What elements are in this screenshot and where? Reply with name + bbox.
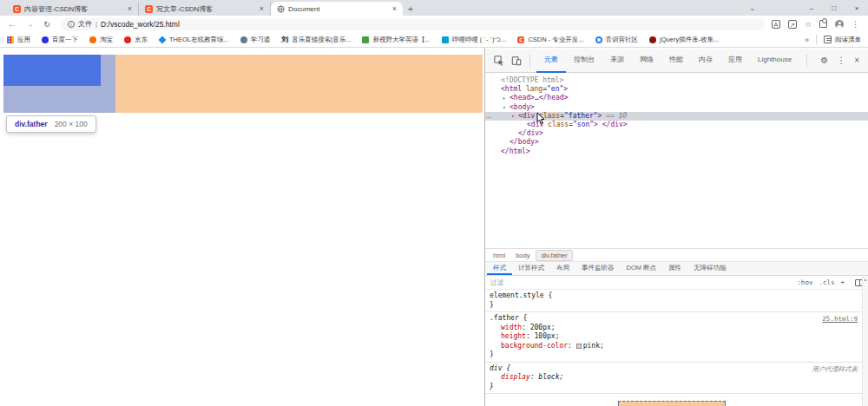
color-swatch[interactable] <box>576 344 582 349</box>
devtools-tab-性能[interactable]: 性能 <box>661 49 691 73</box>
dom-row[interactable]: <html lang="en"> <box>485 85 868 94</box>
profile-avatar-icon[interactable] <box>835 20 844 29</box>
bookmark-label: 应用 <box>17 36 30 44</box>
rule-source-link[interactable]: 25.html:9 <box>822 315 858 324</box>
devtools-tab-元素[interactable]: 元素 <box>536 49 566 73</box>
scrollbar-up-icon[interactable]: ▲ <box>863 276 868 283</box>
extensions-icon[interactable] <box>819 20 827 28</box>
tree-arrow-icon[interactable]: ▾ <box>511 112 518 121</box>
devtools-tab-控制台[interactable]: 控制台 <box>566 49 602 73</box>
forward-button[interactable]: → <box>23 19 36 29</box>
bookmark-item[interactable]: 哔哩哔哩 ( ´- ´)つ... <box>442 36 507 44</box>
dom-segment: == $0 <box>602 112 627 120</box>
dom-row[interactable]: ▸<head>…</head> <box>485 94 868 102</box>
css-property[interactable]: height: 100px; <box>490 332 858 342</box>
dom-segment: > <box>563 85 568 93</box>
breadcrumb-body[interactable]: body <box>511 251 534 260</box>
css-property[interactable]: display: block; <box>490 373 858 383</box>
bookmark-item[interactable]: 新视野大学英语【... <box>362 36 430 44</box>
bookmark-item[interactable]: THEOL在线教育综... <box>159 36 229 44</box>
property-name: display <box>501 373 530 381</box>
bookmarks-overflow-icon[interactable]: » <box>805 36 809 44</box>
bookmark-label: 哔哩哔哩 ( ´- ´)つ... <box>452 36 507 44</box>
bookmark-item[interactable]: jQuery插件库-收集... <box>649 36 719 44</box>
elements-breadcrumbs: htmlbodydiv.father <box>485 248 868 261</box>
browser-tab[interactable]: C写文章-CSDN博客× <box>139 2 271 16</box>
device-toolbar-icon[interactable] <box>511 56 522 66</box>
devtools-menu-icon[interactable]: ⋮ <box>837 56 845 65</box>
page-info-icon[interactable]: i <box>68 21 75 28</box>
overflow-dots-icon[interactable]: … <box>487 112 490 121</box>
apps-grid-icon <box>7 36 14 43</box>
devtools-close-icon[interactable]: × <box>854 56 859 65</box>
styles-tab-事件监听器[interactable]: 事件监听器 <box>575 262 621 275</box>
rule-selector[interactable]: element.style { <box>490 291 858 301</box>
styles-tab-属性[interactable]: 属性 <box>662 262 687 275</box>
csdn-favicon: C <box>13 5 21 13</box>
bookmark-item[interactable]: 淘宝 <box>89 36 113 44</box>
bookmark-label: 新视野大学英语【... <box>372 36 430 44</box>
tab-close-icon[interactable]: × <box>392 5 397 13</box>
css-property[interactable]: background-color: pink; <box>490 342 858 351</box>
dom-row[interactable]: </html> <box>485 147 868 156</box>
dom-row[interactable]: ▾<body> <box>485 103 868 112</box>
breadcrumb-html[interactable]: html <box>489 251 510 260</box>
bookmark-item[interactable]: 学习通 <box>240 36 271 44</box>
tab-search-icon[interactable]: ⌄ <box>749 0 755 16</box>
filter-toggle[interactable]: .cls <box>819 278 834 286</box>
filter-toggle[interactable]: + <box>840 278 845 286</box>
bookmark-item[interactable]: 应用 <box>7 36 30 44</box>
devtools-tab-Lighthouse[interactable]: Lighthouse <box>750 49 799 73</box>
tab-close-icon[interactable]: × <box>128 5 132 13</box>
rule-source-link[interactable]: 用户代理样式表 <box>812 365 858 375</box>
back-button[interactable]: ← <box>5 19 19 29</box>
address-url[interactable]: D:/vscode_work/25.html <box>101 20 180 29</box>
close-button[interactable]: × <box>845 4 868 12</box>
devtools-tab-内存[interactable]: 内存 <box>691 49 720 73</box>
devtools-tab-应用[interactable]: 应用 <box>720 49 750 73</box>
devtools-tab-网络[interactable]: 网络 <box>632 49 661 73</box>
tree-arrow-icon[interactable]: ▾ <box>503 103 510 112</box>
devtools-tab-来源[interactable]: 来源 <box>602 49 632 73</box>
bookmark-item[interactable]: 百度一下 <box>42 36 78 44</box>
browser-tab[interactable]: Document× <box>271 2 403 16</box>
styles-tab-计算样式[interactable]: 计算样式 <box>512 262 550 275</box>
reading-list-button[interactable]: 阅读清单 <box>824 36 861 44</box>
bookmark-label: 学习通 <box>251 36 271 44</box>
maximize-button[interactable]: □ <box>823 4 845 12</box>
breadcrumb-div.father[interactable]: div.father <box>536 250 572 261</box>
bookmark-item[interactable]: 青训营社区 <box>595 36 639 44</box>
inspect-element-icon[interactable] <box>494 56 504 66</box>
filter-toggle[interactable]: :hov <box>797 278 812 286</box>
minimize-button[interactable]: – <box>800 4 823 12</box>
tab-close-icon[interactable]: × <box>260 5 264 13</box>
bookmark-item[interactable]: CCSDN - 专业开发... <box>517 36 583 44</box>
styles-tab-布局[interactable]: 布局 <box>550 262 575 275</box>
dom-row[interactable]: </div> <box>485 129 868 138</box>
bookmark-label: jQuery插件库-收集... <box>660 36 719 44</box>
browser-menu-icon[interactable]: ⋮ <box>852 20 859 29</box>
styles-filter-input[interactable]: 过滤 <box>490 278 797 287</box>
dom-row[interactable]: <!DOCTYPE html> <box>485 76 868 85</box>
bookmark-label: 青训营社区 <box>606 36 639 44</box>
bookmark-item[interactable]: 刘音乐直链搜索|音乐... <box>281 36 351 44</box>
styles-tab-DOM 断点[interactable]: DOM 断点 <box>621 262 663 275</box>
styles-scrollbar[interactable]: ▲ <box>862 276 868 406</box>
new-tab-plus-icon[interactable]: + <box>403 2 418 16</box>
styles-tab-样式[interactable]: 样式 <box>487 262 512 275</box>
dom-row[interactable]: </body> <box>485 138 868 147</box>
share-icon[interactable]: ↗ <box>788 20 797 29</box>
reload-button[interactable]: ↻ <box>40 20 54 29</box>
styles-tab-无障碍功能[interactable]: 无障碍功能 <box>687 262 733 275</box>
bookmark-item[interactable]: 京东 <box>124 36 148 44</box>
address-bar[interactable]: i 文件 | D:/vscode_work/25.html <box>61 18 765 30</box>
css-property[interactable]: width: 200px; <box>490 324 858 333</box>
rule-selector[interactable]: div {用户代理样式表 <box>490 364 858 374</box>
bookmark-star-icon[interactable]: ☆ <box>805 20 812 29</box>
translate-icon[interactable]: A <box>772 20 780 29</box>
devtools-settings-icon[interactable]: ⚙ <box>820 56 828 65</box>
browser-tab[interactable]: C内容管理-CSDN博客× <box>7 2 139 16</box>
tree-arrow-icon[interactable]: ▸ <box>503 94 510 102</box>
styles-sidebar-tabs: 样式计算样式布局事件监听器DOM 断点属性无障碍功能 <box>485 261 868 276</box>
rule-selector[interactable]: .father {25.html:9 <box>490 314 858 324</box>
